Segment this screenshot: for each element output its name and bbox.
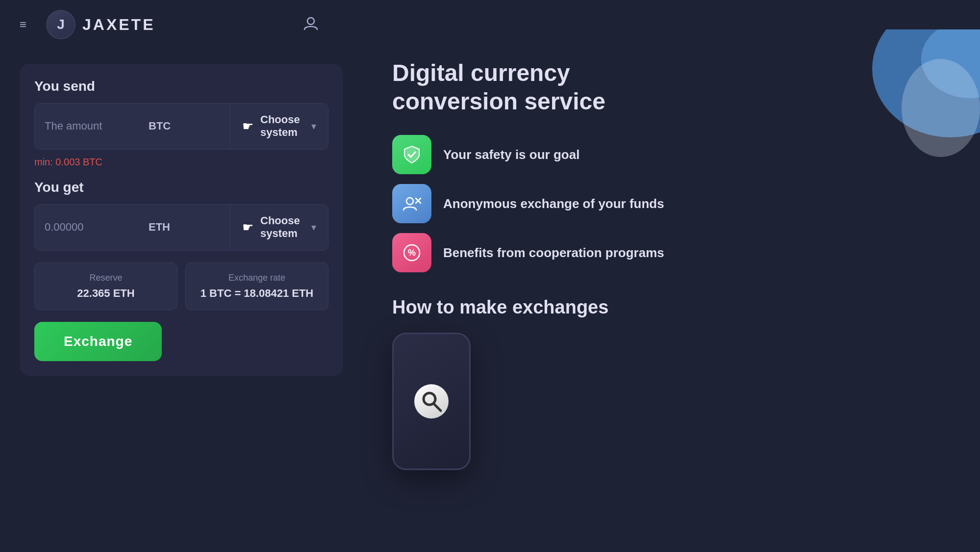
feature-text-benefits: Benefits from cooperation programs bbox=[443, 245, 664, 261]
user-icon[interactable] bbox=[302, 15, 319, 35]
reserve-value: 22.365 ETH bbox=[45, 287, 167, 300]
service-title: Digital currencyconversion service bbox=[392, 59, 735, 115]
exchange-rate-value: 1 BTC = 18.08421 ETH bbox=[196, 287, 318, 300]
svg-point-0 bbox=[307, 18, 314, 25]
feature-text-safety: Your safety is our goal bbox=[443, 147, 579, 162]
svg-line-10 bbox=[434, 404, 441, 411]
anon-icon-box bbox=[392, 184, 431, 223]
send-choose-label: Choosesystem bbox=[260, 113, 300, 139]
how-section-title: How to make exchanges bbox=[392, 297, 951, 318]
logo-area: J JAXETE bbox=[46, 10, 155, 39]
get-amount-value: 0.00000 bbox=[45, 221, 143, 234]
feature-text-anon: Anonymous exchange of your funds bbox=[443, 196, 664, 211]
send-input-row: BTC ☛ Choosesystem ▾ bbox=[34, 103, 328, 150]
send-chevron-icon: ▾ bbox=[311, 120, 316, 132]
form-card: You send BTC ☛ Choosesystem ▾ min: 0.003… bbox=[20, 64, 343, 376]
send-currency-label: BTC bbox=[149, 120, 171, 132]
you-send-label: You send bbox=[34, 79, 328, 94]
logo-circle: J bbox=[46, 10, 75, 39]
svg-text:%: % bbox=[408, 248, 416, 258]
main-content: You send BTC ☛ Choosesystem ▾ min: 0.003… bbox=[0, 49, 980, 552]
get-choose-system-button[interactable]: ☛ Choosesystem ▾ bbox=[230, 205, 328, 250]
send-choose-system-button[interactable]: ☛ Choosesystem ▾ bbox=[230, 104, 328, 149]
svg-point-4 bbox=[406, 198, 413, 205]
you-get-label: You get bbox=[34, 180, 328, 195]
exchange-rate-box: Exchange rate 1 BTC = 18.08421 ETH bbox=[185, 263, 328, 310]
feature-item-safety: Your safety is our goal bbox=[392, 135, 951, 174]
phone-area bbox=[392, 333, 951, 470]
left-panel: You send BTC ☛ Choosesystem ▾ min: 0.003… bbox=[0, 49, 363, 552]
exchange-button[interactable]: Exchange bbox=[34, 322, 162, 361]
send-amount-field: BTC bbox=[35, 104, 230, 149]
features-list: Your safety is our goal Anonymous exchan… bbox=[392, 135, 951, 272]
reserve-label: Reserve bbox=[45, 273, 167, 283]
header: ≡ J JAXETE bbox=[0, 0, 980, 49]
get-choose-label: Choosesystem bbox=[260, 214, 300, 240]
shield-icon-box bbox=[392, 135, 431, 174]
get-input-row: 0.00000 ETH ☛ Choosesystem ▾ bbox=[34, 204, 328, 251]
exchange-rate-label: Exchange rate bbox=[196, 273, 318, 283]
right-panel: Digital currencyconversion service Your … bbox=[363, 49, 980, 552]
get-currency-label: ETH bbox=[149, 221, 170, 234]
info-row: Reserve 22.365 ETH Exchange rate 1 BTC =… bbox=[34, 263, 328, 310]
send-amount-input[interactable] bbox=[45, 120, 143, 132]
feature-item-benefits: % Benefits from cooperation programs bbox=[392, 233, 951, 272]
reserve-box: Reserve 22.365 ETH bbox=[34, 263, 177, 310]
hand-icon2: ☛ bbox=[242, 220, 253, 235]
logo-text: JAXETE bbox=[82, 16, 155, 34]
search-icon bbox=[414, 384, 449, 419]
get-chevron-icon: ▾ bbox=[311, 221, 316, 233]
menu-icon[interactable]: ≡ bbox=[20, 18, 26, 31]
hand-icon: ☛ bbox=[242, 119, 253, 134]
get-amount-field: 0.00000 ETH bbox=[35, 205, 230, 250]
percent-icon-box: % bbox=[392, 233, 431, 272]
phone-mockup bbox=[392, 333, 471, 470]
feature-item-anon: Anonymous exchange of your funds bbox=[392, 184, 951, 223]
min-text: min: 0.003 BTC bbox=[34, 157, 328, 168]
you-get-section: You get 0.00000 ETH ☛ Choosesystem ▾ bbox=[34, 180, 328, 251]
